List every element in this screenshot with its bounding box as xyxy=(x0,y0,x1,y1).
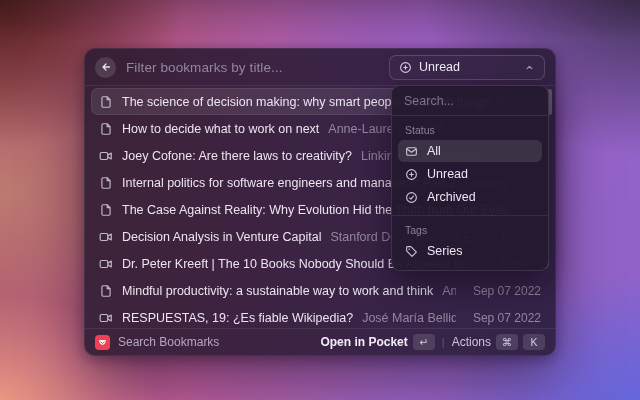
return-key-icon[interactable]: ↵ xyxy=(413,334,435,350)
dropdown-item-all[interactable]: All xyxy=(398,140,542,162)
bookmark-date: Sep 07 2022 xyxy=(465,284,541,298)
dropdown-item-label: All xyxy=(427,144,441,158)
bookmark-row[interactable]: RESPUESTAS, 19: ¿Es fiable Wikipedia? Jo… xyxy=(91,304,549,331)
circle-plus-icon xyxy=(405,168,418,181)
dropdown-item-label: Archived xyxy=(427,190,476,204)
divider xyxy=(392,115,548,116)
dropdown-item-label: Series xyxy=(427,244,462,258)
status-filter-dropdown-button[interactable]: Unread xyxy=(389,55,545,80)
arrow-left-icon xyxy=(100,61,112,73)
tag-icon xyxy=(405,245,418,258)
bookmark-title: RESPUESTAS, 19: ¿Es fiable Wikipedia? xyxy=(122,311,353,325)
dropdown-search-input[interactable]: Search... xyxy=(392,86,548,115)
footer-actions: Open in Pocket ↵ | Actions ⌘ K xyxy=(320,334,545,350)
bookmark-subtitle: Anne-Laure Le Cunff xyxy=(442,284,456,298)
article-icon xyxy=(99,95,113,109)
divider xyxy=(392,215,548,216)
status-filter-dropdown: Search... Status All Unread Archived Tag… xyxy=(391,85,549,271)
dropdown-item-unread[interactable]: Unread xyxy=(398,163,542,185)
pocket-logo-icon xyxy=(95,335,110,350)
chevron-up-icon xyxy=(524,62,535,73)
bookmark-date: Sep 07 2022 xyxy=(465,311,541,325)
dropdown-item-archived[interactable]: Archived xyxy=(398,186,542,208)
article-icon xyxy=(99,284,113,298)
envelope-icon xyxy=(405,145,418,158)
video-icon xyxy=(99,257,113,271)
bookmark-title: Decision Analysis in Venture Capital xyxy=(122,230,321,244)
command-key-icon[interactable]: ⌘ xyxy=(496,334,518,350)
bookmark-title: Joey Cofone: Are there laws to creativit… xyxy=(122,149,352,163)
search-bookmarks-window: Filter bookmarks by title... Unread The … xyxy=(84,48,556,356)
article-icon xyxy=(99,122,113,136)
filter-input[interactable]: Filter bookmarks by title... xyxy=(126,60,379,75)
top-bar: Filter bookmarks by title... Unread xyxy=(85,49,555,85)
article-icon xyxy=(99,203,113,217)
footer-bar: Search Bookmarks Open in Pocket ↵ | Acti… xyxy=(85,328,555,355)
bookmark-title: How to decide what to work on next xyxy=(122,122,319,136)
footer-app-name: Search Bookmarks xyxy=(118,335,312,349)
back-button[interactable] xyxy=(95,57,116,78)
actions-button[interactable]: Actions xyxy=(452,335,491,349)
open-in-pocket-button[interactable]: Open in Pocket xyxy=(320,335,407,349)
dropdown-section-status: Status xyxy=(405,124,535,136)
bookmark-title: Mindful productivity: a sustainable way … xyxy=(122,284,433,298)
video-icon xyxy=(99,311,113,325)
dropdown-item-series[interactable]: Series xyxy=(398,240,542,262)
k-key-icon[interactable]: K xyxy=(523,334,545,350)
dropdown-item-label: Unread xyxy=(427,167,468,181)
circle-plus-icon xyxy=(399,61,412,74)
video-icon xyxy=(99,149,113,163)
article-icon xyxy=(99,176,113,190)
circle-check-icon xyxy=(405,191,418,204)
divider: | xyxy=(442,336,445,348)
dropdown-section-tags: Tags xyxy=(405,224,535,236)
bookmark-subtitle: José María Bellido Morillas xyxy=(362,311,456,325)
video-icon xyxy=(99,230,113,244)
status-filter-value: Unread xyxy=(419,60,517,74)
bookmark-row[interactable]: Mindful productivity: a sustainable way … xyxy=(91,277,549,304)
